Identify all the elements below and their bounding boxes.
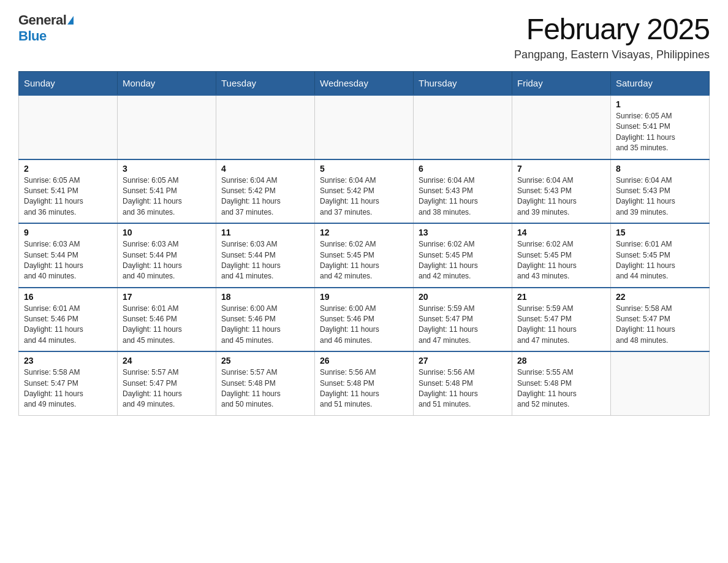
day-number: 23 <box>24 356 112 366</box>
day-info: Sunrise: 5:57 AMSunset: 5:48 PMDaylight:… <box>221 367 309 410</box>
day-number: 12 <box>320 228 408 237</box>
logo-general-text: General <box>18 12 66 28</box>
day-number: 2 <box>24 164 112 174</box>
calendar-cell: 25Sunrise: 5:57 AMSunset: 5:48 PMDayligh… <box>216 351 315 415</box>
day-number: 16 <box>24 292 112 302</box>
calendar-cell: 11Sunrise: 6:03 AMSunset: 5:44 PMDayligh… <box>216 223 315 288</box>
calendar-cell: 1Sunrise: 6:05 AMSunset: 5:41 PMDaylight… <box>611 95 710 159</box>
calendar-cell: 18Sunrise: 6:00 AMSunset: 5:46 PMDayligh… <box>216 288 315 352</box>
day-info: Sunrise: 6:05 AMSunset: 5:41 PMDaylight:… <box>24 175 112 218</box>
day-info: Sunrise: 5:57 AMSunset: 5:47 PMDaylight:… <box>123 367 211 410</box>
logo: General Blue <box>18 12 74 44</box>
header: General Blue February 2025 Pangpang, Eas… <box>18 12 710 61</box>
day-info: Sunrise: 6:03 AMSunset: 5:44 PMDaylight:… <box>24 239 112 282</box>
calendar-cell <box>216 95 315 159</box>
calendar-cell <box>19 95 118 159</box>
day-info: Sunrise: 5:56 AMSunset: 5:48 PMDaylight:… <box>419 367 507 410</box>
calendar-cell: 26Sunrise: 5:56 AMSunset: 5:48 PMDayligh… <box>315 351 414 415</box>
calendar-cell: 6Sunrise: 6:04 AMSunset: 5:43 PMDaylight… <box>414 159 512 224</box>
calendar-cell: 9Sunrise: 6:03 AMSunset: 5:44 PMDaylight… <box>19 223 118 288</box>
day-info: Sunrise: 5:59 AMSunset: 5:47 PMDaylight:… <box>419 304 507 347</box>
calendar-cell: 10Sunrise: 6:03 AMSunset: 5:44 PMDayligh… <box>118 223 216 288</box>
weekday-header-saturday: Saturday <box>611 72 710 96</box>
day-number: 22 <box>616 292 704 302</box>
logo-triangle-icon <box>67 16 74 25</box>
calendar-cell: 16Sunrise: 6:01 AMSunset: 5:46 PMDayligh… <box>19 288 118 352</box>
day-number: 7 <box>517 164 605 174</box>
day-number: 11 <box>221 228 309 237</box>
day-info: Sunrise: 6:04 AMSunset: 5:42 PMDaylight:… <box>320 175 408 218</box>
day-number: 25 <box>221 356 309 366</box>
calendar-cell: 8Sunrise: 6:04 AMSunset: 5:43 PMDaylight… <box>611 159 710 224</box>
week-row-4: 16Sunrise: 6:01 AMSunset: 5:46 PMDayligh… <box>19 288 710 352</box>
day-info: Sunrise: 5:55 AMSunset: 5:48 PMDaylight:… <box>517 367 605 410</box>
week-row-5: 23Sunrise: 5:58 AMSunset: 5:47 PMDayligh… <box>19 351 710 415</box>
calendar-table: SundayMondayTuesdayWednesdayThursdayFrid… <box>18 71 710 416</box>
day-number: 15 <box>616 228 704 237</box>
day-number: 26 <box>320 356 408 366</box>
calendar-cell: 22Sunrise: 5:58 AMSunset: 5:47 PMDayligh… <box>611 288 710 352</box>
calendar-cell: 14Sunrise: 6:02 AMSunset: 5:45 PMDayligh… <box>512 223 611 288</box>
weekday-header-row: SundayMondayTuesdayWednesdayThursdayFrid… <box>19 72 710 96</box>
day-info: Sunrise: 6:00 AMSunset: 5:46 PMDaylight:… <box>221 304 309 347</box>
day-number: 3 <box>123 164 211 174</box>
day-info: Sunrise: 6:01 AMSunset: 5:45 PMDaylight:… <box>616 239 704 282</box>
calendar-cell <box>512 95 611 159</box>
calendar-cell: 7Sunrise: 6:04 AMSunset: 5:43 PMDaylight… <box>512 159 611 224</box>
day-info: Sunrise: 6:04 AMSunset: 5:43 PMDaylight:… <box>517 175 605 218</box>
day-info: Sunrise: 6:01 AMSunset: 5:46 PMDaylight:… <box>123 304 211 347</box>
day-info: Sunrise: 5:58 AMSunset: 5:47 PMDaylight:… <box>616 304 704 347</box>
calendar-cell: 28Sunrise: 5:55 AMSunset: 5:48 PMDayligh… <box>512 351 611 415</box>
day-info: Sunrise: 6:03 AMSunset: 5:44 PMDaylight:… <box>123 239 211 282</box>
day-info: Sunrise: 5:59 AMSunset: 5:47 PMDaylight:… <box>517 304 605 347</box>
day-info: Sunrise: 6:02 AMSunset: 5:45 PMDaylight:… <box>320 239 408 282</box>
day-info: Sunrise: 5:58 AMSunset: 5:47 PMDaylight:… <box>24 367 112 410</box>
day-info: Sunrise: 6:01 AMSunset: 5:46 PMDaylight:… <box>24 304 112 347</box>
day-info: Sunrise: 6:02 AMSunset: 5:45 PMDaylight:… <box>517 239 605 282</box>
day-number: 6 <box>419 164 507 174</box>
month-title: February 2025 <box>514 12 710 46</box>
day-info: Sunrise: 6:05 AMSunset: 5:41 PMDaylight:… <box>616 111 704 154</box>
weekday-header-friday: Friday <box>512 72 611 96</box>
weekday-header-wednesday: Wednesday <box>315 72 414 96</box>
day-info: Sunrise: 6:03 AMSunset: 5:44 PMDaylight:… <box>221 239 309 282</box>
day-number: 21 <box>517 292 605 302</box>
day-number: 5 <box>320 164 408 174</box>
day-number: 17 <box>123 292 211 302</box>
day-info: Sunrise: 6:05 AMSunset: 5:41 PMDaylight:… <box>123 175 211 218</box>
logo-blue-text: Blue <box>18 28 47 44</box>
calendar-cell: 2Sunrise: 6:05 AMSunset: 5:41 PMDaylight… <box>19 159 118 224</box>
weekday-header-tuesday: Tuesday <box>216 72 315 96</box>
day-number: 1 <box>616 99 704 109</box>
calendar-cell: 20Sunrise: 5:59 AMSunset: 5:47 PMDayligh… <box>414 288 512 352</box>
day-info: Sunrise: 6:04 AMSunset: 5:43 PMDaylight:… <box>419 175 507 218</box>
week-row-1: 1Sunrise: 6:05 AMSunset: 5:41 PMDaylight… <box>19 95 710 159</box>
weekday-header-sunday: Sunday <box>19 72 118 96</box>
calendar-cell: 19Sunrise: 6:00 AMSunset: 5:46 PMDayligh… <box>315 288 414 352</box>
weekday-header-thursday: Thursday <box>414 72 512 96</box>
calendar-cell: 17Sunrise: 6:01 AMSunset: 5:46 PMDayligh… <box>118 288 216 352</box>
day-number: 24 <box>123 356 211 366</box>
day-number: 10 <box>123 228 211 237</box>
day-info: Sunrise: 6:02 AMSunset: 5:45 PMDaylight:… <box>419 239 507 282</box>
calendar-cell <box>414 95 512 159</box>
day-number: 14 <box>517 228 605 237</box>
calendar-cell <box>118 95 216 159</box>
title-area: February 2025 Pangpang, Eastern Visayas,… <box>514 12 710 61</box>
calendar-cell: 24Sunrise: 5:57 AMSunset: 5:47 PMDayligh… <box>118 351 216 415</box>
day-info: Sunrise: 6:00 AMSunset: 5:46 PMDaylight:… <box>320 304 408 347</box>
calendar-cell: 12Sunrise: 6:02 AMSunset: 5:45 PMDayligh… <box>315 223 414 288</box>
calendar-cell: 23Sunrise: 5:58 AMSunset: 5:47 PMDayligh… <box>19 351 118 415</box>
calendar-cell: 4Sunrise: 6:04 AMSunset: 5:42 PMDaylight… <box>216 159 315 224</box>
day-number: 28 <box>517 356 605 366</box>
calendar-cell: 27Sunrise: 5:56 AMSunset: 5:48 PMDayligh… <box>414 351 512 415</box>
day-info: Sunrise: 6:04 AMSunset: 5:42 PMDaylight:… <box>221 175 309 218</box>
day-number: 18 <box>221 292 309 302</box>
day-number: 19 <box>320 292 408 302</box>
calendar-cell <box>315 95 414 159</box>
day-number: 4 <box>221 164 309 174</box>
calendar-cell: 21Sunrise: 5:59 AMSunset: 5:47 PMDayligh… <box>512 288 611 352</box>
calendar-cell <box>611 351 710 415</box>
day-info: Sunrise: 5:56 AMSunset: 5:48 PMDaylight:… <box>320 367 408 410</box>
day-number: 27 <box>419 356 507 366</box>
